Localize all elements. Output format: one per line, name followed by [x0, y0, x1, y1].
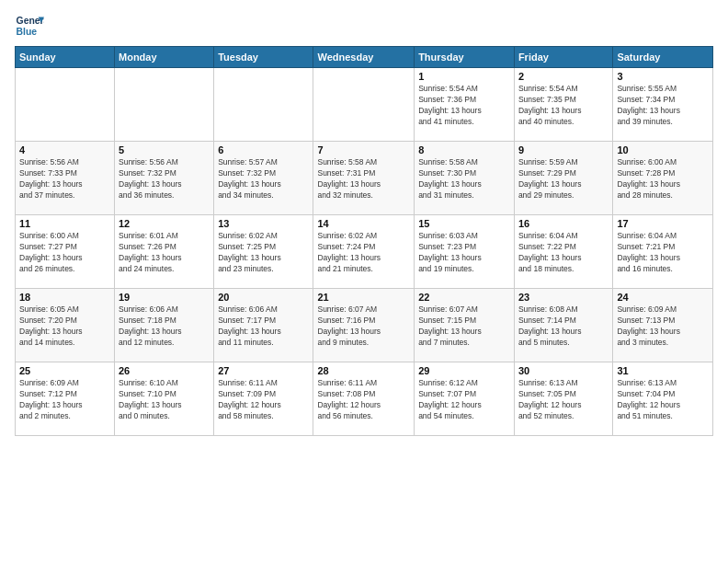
- calendar-cell: 17Sunrise: 6:04 AM Sunset: 7:21 PM Dayli…: [613, 215, 713, 289]
- day-number: 25: [19, 365, 110, 376]
- day-number: 17: [617, 218, 709, 229]
- header: General Blue: [15, 11, 713, 40]
- day-info: Sunrise: 5:56 AM Sunset: 7:32 PM Dayligh…: [119, 157, 210, 201]
- calendar-cell: [16, 68, 115, 142]
- week-row-5: 25Sunrise: 6:09 AM Sunset: 7:12 PM Dayli…: [16, 362, 713, 436]
- day-number: 10: [617, 144, 709, 155]
- weekday-header-tuesday: Tuesday: [214, 47, 313, 68]
- calendar-cell: 10Sunrise: 6:00 AM Sunset: 7:28 PM Dayli…: [613, 142, 713, 215]
- day-info: Sunrise: 6:04 AM Sunset: 7:22 PM Dayligh…: [518, 231, 609, 275]
- day-info: Sunrise: 6:09 AM Sunset: 7:13 PM Dayligh…: [617, 304, 709, 349]
- day-info: Sunrise: 5:58 AM Sunset: 7:30 PM Dayligh…: [418, 157, 510, 201]
- weekday-header-friday: Friday: [514, 47, 612, 68]
- calendar-cell: 31Sunrise: 6:13 AM Sunset: 7:04 PM Dayli…: [613, 362, 713, 436]
- day-number: 26: [119, 365, 210, 376]
- day-number: 9: [518, 144, 609, 155]
- day-info: Sunrise: 5:59 AM Sunset: 7:29 PM Dayligh…: [518, 157, 609, 201]
- day-info: Sunrise: 6:05 AM Sunset: 7:20 PM Dayligh…: [19, 304, 110, 349]
- day-info: Sunrise: 6:00 AM Sunset: 7:27 PM Dayligh…: [19, 231, 110, 275]
- calendar-cell: 6Sunrise: 5:57 AM Sunset: 7:32 PM Daylig…: [214, 142, 313, 215]
- day-number: 16: [518, 218, 609, 229]
- day-info: Sunrise: 5:56 AM Sunset: 7:33 PM Dayligh…: [19, 157, 110, 201]
- day-info: Sunrise: 5:55 AM Sunset: 7:34 PM Dayligh…: [617, 84, 709, 128]
- calendar-body: 1Sunrise: 5:54 AM Sunset: 7:36 PM Daylig…: [16, 68, 713, 436]
- week-row-3: 11Sunrise: 6:00 AM Sunset: 7:27 PM Dayli…: [16, 215, 713, 289]
- calendar-cell: 7Sunrise: 5:58 AM Sunset: 7:31 PM Daylig…: [313, 142, 415, 215]
- day-number: 20: [218, 292, 309, 303]
- day-number: 19: [119, 292, 210, 303]
- weekday-header-wednesday: Wednesday: [313, 47, 415, 68]
- day-info: Sunrise: 6:10 AM Sunset: 7:10 PM Dayligh…: [119, 378, 210, 422]
- day-number: 2: [518, 71, 609, 82]
- day-info: Sunrise: 6:13 AM Sunset: 7:05 PM Dayligh…: [518, 378, 609, 422]
- calendar-cell: 24Sunrise: 6:09 AM Sunset: 7:13 PM Dayli…: [613, 289, 713, 362]
- day-info: Sunrise: 6:02 AM Sunset: 7:25 PM Dayligh…: [218, 231, 309, 275]
- calendar-cell: 29Sunrise: 6:12 AM Sunset: 7:07 PM Dayli…: [415, 362, 515, 436]
- calendar-cell: 20Sunrise: 6:06 AM Sunset: 7:17 PM Dayli…: [214, 289, 313, 362]
- calendar-cell: 15Sunrise: 6:03 AM Sunset: 7:23 PM Dayli…: [415, 215, 515, 289]
- day-info: Sunrise: 6:01 AM Sunset: 7:26 PM Dayligh…: [119, 231, 210, 275]
- day-info: Sunrise: 6:06 AM Sunset: 7:17 PM Dayligh…: [218, 304, 309, 349]
- day-info: Sunrise: 5:57 AM Sunset: 7:32 PM Dayligh…: [218, 157, 309, 201]
- day-info: Sunrise: 5:54 AM Sunset: 7:36 PM Dayligh…: [418, 84, 510, 128]
- day-number: 18: [19, 292, 110, 303]
- calendar-table: SundayMondayTuesdayWednesdayThursdayFrid…: [15, 46, 713, 436]
- day-number: 27: [218, 365, 309, 376]
- day-info: Sunrise: 6:07 AM Sunset: 7:16 PM Dayligh…: [317, 304, 410, 349]
- day-info: Sunrise: 6:00 AM Sunset: 7:28 PM Dayligh…: [617, 157, 709, 201]
- logo: General Blue: [15, 11, 29, 40]
- calendar-cell: 28Sunrise: 6:11 AM Sunset: 7:08 PM Dayli…: [313, 362, 415, 436]
- day-info: Sunrise: 6:12 AM Sunset: 7:07 PM Dayligh…: [418, 378, 510, 422]
- calendar-header: SundayMondayTuesdayWednesdayThursdayFrid…: [16, 47, 713, 68]
- calendar-cell: 1Sunrise: 5:54 AM Sunset: 7:36 PM Daylig…: [415, 68, 515, 142]
- week-row-2: 4Sunrise: 5:56 AM Sunset: 7:33 PM Daylig…: [16, 142, 713, 215]
- day-info: Sunrise: 6:04 AM Sunset: 7:21 PM Dayligh…: [617, 231, 709, 275]
- calendar-cell: 9Sunrise: 5:59 AM Sunset: 7:29 PM Daylig…: [514, 142, 612, 215]
- day-info: Sunrise: 6:11 AM Sunset: 7:09 PM Dayligh…: [218, 378, 309, 422]
- day-info: Sunrise: 6:11 AM Sunset: 7:08 PM Dayligh…: [317, 378, 410, 422]
- day-number: 28: [317, 365, 410, 376]
- day-number: 7: [317, 144, 410, 155]
- day-number: 3: [617, 71, 709, 82]
- page: General Blue SundayMondayTuesdayWednesda…: [0, 0, 728, 563]
- week-row-1: 1Sunrise: 5:54 AM Sunset: 7:36 PM Daylig…: [16, 68, 713, 142]
- calendar-cell: 2Sunrise: 5:54 AM Sunset: 7:35 PM Daylig…: [514, 68, 612, 142]
- day-number: 4: [19, 144, 110, 155]
- calendar-cell: 25Sunrise: 6:09 AM Sunset: 7:12 PM Dayli…: [16, 362, 115, 436]
- calendar-cell: 26Sunrise: 6:10 AM Sunset: 7:10 PM Dayli…: [115, 362, 214, 436]
- calendar-cell: 3Sunrise: 5:55 AM Sunset: 7:34 PM Daylig…: [613, 68, 713, 142]
- day-info: Sunrise: 6:02 AM Sunset: 7:24 PM Dayligh…: [317, 231, 410, 275]
- calendar-cell: 14Sunrise: 6:02 AM Sunset: 7:24 PM Dayli…: [313, 215, 415, 289]
- day-info: Sunrise: 6:13 AM Sunset: 7:04 PM Dayligh…: [617, 378, 709, 422]
- day-info: Sunrise: 6:09 AM Sunset: 7:12 PM Dayligh…: [19, 378, 110, 422]
- calendar-cell: 27Sunrise: 6:11 AM Sunset: 7:09 PM Dayli…: [214, 362, 313, 436]
- day-number: 31: [617, 365, 709, 376]
- day-info: Sunrise: 6:08 AM Sunset: 7:14 PM Dayligh…: [518, 304, 609, 349]
- calendar-cell: 8Sunrise: 5:58 AM Sunset: 7:30 PM Daylig…: [415, 142, 515, 215]
- calendar-cell: 16Sunrise: 6:04 AM Sunset: 7:22 PM Dayli…: [514, 215, 612, 289]
- day-number: 8: [418, 144, 510, 155]
- day-info: Sunrise: 5:54 AM Sunset: 7:35 PM Dayligh…: [518, 84, 609, 128]
- day-number: 12: [119, 218, 210, 229]
- calendar-cell: 19Sunrise: 6:06 AM Sunset: 7:18 PM Dayli…: [115, 289, 214, 362]
- day-number: 23: [518, 292, 609, 303]
- day-info: Sunrise: 6:07 AM Sunset: 7:15 PM Dayligh…: [418, 304, 510, 349]
- day-number: 24: [617, 292, 709, 303]
- day-number: 29: [418, 365, 510, 376]
- day-number: 1: [418, 71, 510, 82]
- calendar-cell: 13Sunrise: 6:02 AM Sunset: 7:25 PM Dayli…: [214, 215, 313, 289]
- calendar-cell: 21Sunrise: 6:07 AM Sunset: 7:16 PM Dayli…: [313, 289, 415, 362]
- calendar-cell: 5Sunrise: 5:56 AM Sunset: 7:32 PM Daylig…: [115, 142, 214, 215]
- day-number: 6: [218, 144, 309, 155]
- day-info: Sunrise: 6:03 AM Sunset: 7:23 PM Dayligh…: [418, 231, 510, 275]
- week-row-4: 18Sunrise: 6:05 AM Sunset: 7:20 PM Dayli…: [16, 289, 713, 362]
- calendar-cell: 12Sunrise: 6:01 AM Sunset: 7:26 PM Dayli…: [115, 215, 214, 289]
- calendar-cell: 18Sunrise: 6:05 AM Sunset: 7:20 PM Dayli…: [16, 289, 115, 362]
- calendar-cell: 23Sunrise: 6:08 AM Sunset: 7:14 PM Dayli…: [514, 289, 612, 362]
- day-info: Sunrise: 5:58 AM Sunset: 7:31 PM Dayligh…: [317, 157, 410, 201]
- day-number: 11: [19, 218, 110, 229]
- day-number: 15: [418, 218, 510, 229]
- day-number: 5: [119, 144, 210, 155]
- day-number: 21: [317, 292, 410, 303]
- svg-text:Blue: Blue: [17, 27, 38, 37]
